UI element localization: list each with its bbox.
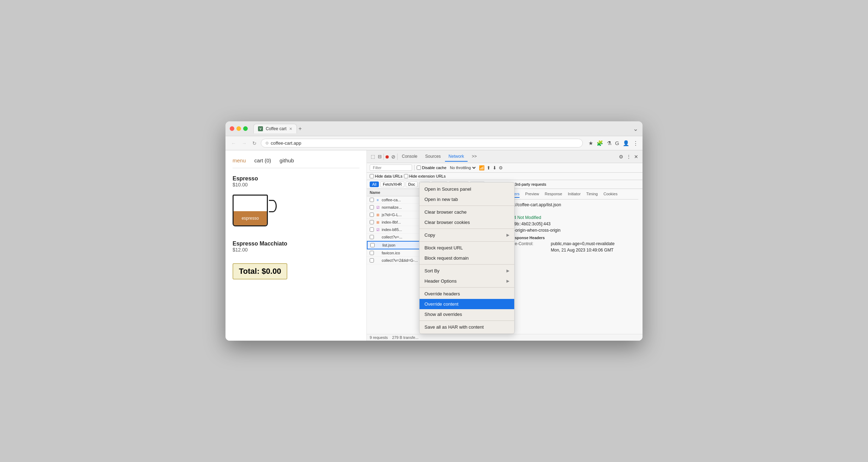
record-button[interactable]: ⏺ xyxy=(385,154,389,160)
req-checkbox-6[interactable] xyxy=(370,235,374,239)
cm-save-har[interactable]: Save all as HAR with content xyxy=(420,322,514,332)
tab-close-icon[interactable]: ✕ xyxy=(289,127,292,131)
download-icon[interactable]: ⬇ xyxy=(493,165,497,171)
cm-sep-3 xyxy=(420,241,514,242)
disable-cache-checkbox[interactable] xyxy=(417,166,421,170)
coffee-item-espresso: Espresso $10.00 espresso xyxy=(233,175,359,233)
browser-tab[interactable]: V Coffee cart ✕ xyxy=(253,124,297,133)
detail-tab-response[interactable]: Response xyxy=(545,192,562,198)
mug-fill: espresso xyxy=(234,211,267,225)
detail-method-row: GET xyxy=(505,209,639,214)
forward-button[interactable]: → xyxy=(240,139,248,148)
clear-icon[interactable]: ⊘ xyxy=(390,153,397,161)
tab-console[interactable]: Console xyxy=(398,152,421,162)
req-checkbox-5[interactable] xyxy=(370,227,374,232)
cm-override-headers[interactable]: Override headers xyxy=(420,289,514,299)
extensions-icon[interactable]: 🧩 xyxy=(597,140,603,146)
coffee-item-macchiato: Espresso Macchiato $12.00 xyxy=(233,241,359,253)
cm-show-overrides[interactable]: Show all overrides xyxy=(420,309,514,319)
profile-icon[interactable]: 👤 xyxy=(623,140,629,146)
cm-header-options[interactable]: Header Options ▶ xyxy=(420,276,514,286)
response-headers-title: ▼ Response Headers xyxy=(505,236,639,240)
cm-block-domain[interactable]: Block request domain xyxy=(420,253,514,263)
nav-menu[interactable]: menu xyxy=(233,157,246,163)
tab-more[interactable]: >> xyxy=(468,152,480,162)
wifi-icon[interactable]: 📶 xyxy=(479,165,485,171)
coffee-name: Espresso xyxy=(233,175,359,182)
detail-address-value: [64:ff9b::4b02:3c05]:443 xyxy=(505,221,639,226)
nav-cart[interactable]: cart (0) xyxy=(254,157,271,163)
detail-tab-timing[interactable]: Timing xyxy=(586,192,598,198)
close-button[interactable] xyxy=(230,126,234,131)
labs-icon[interactable]: ⚗ xyxy=(607,140,611,146)
req-checkbox-3[interactable] xyxy=(370,213,374,217)
cm-block-domain-label: Block request domain xyxy=(424,255,469,261)
nav-github[interactable]: github xyxy=(280,157,294,163)
responsive-mode-icon[interactable]: ⊟ xyxy=(377,153,383,160)
more-icon[interactable]: ⋮ xyxy=(626,154,631,160)
new-tab-button[interactable]: + xyxy=(298,126,301,132)
traffic-lights xyxy=(230,126,248,131)
cm-sort-by[interactable]: Sort By ▶ xyxy=(420,266,514,276)
requests-count: 9 requests xyxy=(370,335,388,340)
toolbar-separator-2 xyxy=(397,154,398,160)
req-checkbox-1[interactable] xyxy=(370,198,374,202)
hide-ext-urls-label: Hide extension URLs xyxy=(404,174,446,178)
req-checkbox-8[interactable] xyxy=(370,251,374,255)
window-chevron-icon[interactable]: ⌄ xyxy=(633,125,638,133)
chip-doc[interactable]: Doc xyxy=(406,181,418,187)
cm-clear-cookies[interactable]: Clear browser cookies xyxy=(420,217,514,227)
req-icon-favicon xyxy=(375,250,380,255)
req-icon-css: ☑ xyxy=(375,205,380,210)
chip-fetch[interactable]: Fetch/XHR xyxy=(380,181,404,187)
req-checkbox-2[interactable] xyxy=(370,205,374,209)
throttle-select[interactable]: No throttling xyxy=(448,165,477,170)
hide-data-urls-checkbox[interactable] xyxy=(370,174,374,178)
settings2-icon[interactable]: ⚙ xyxy=(499,165,503,171)
chip-all[interactable]: All xyxy=(370,181,379,187)
upload-icon[interactable]: ⬆ xyxy=(487,165,491,171)
cm-copy-label: Copy xyxy=(424,232,435,238)
sep1 xyxy=(414,165,415,171)
cm-open-sources[interactable]: Open in Sources panel xyxy=(420,184,514,194)
context-menu: Open in Sources panel Open in new tab Cl… xyxy=(419,182,515,334)
toolbar-separator xyxy=(383,154,384,160)
grammarly-icon[interactable]: G xyxy=(615,140,619,146)
req-checkbox-9[interactable] xyxy=(370,258,374,262)
detail-tab-initiator[interactable]: Initiator xyxy=(568,192,581,198)
date-row: Date: Mon, 21 Aug 2023 10:49:06 GMT xyxy=(505,248,639,253)
settings-icon[interactable]: ⚙ xyxy=(619,154,623,160)
req-icon-json xyxy=(376,243,381,248)
reload-button[interactable]: ↻ xyxy=(251,139,258,148)
req-checkbox-4[interactable] xyxy=(370,220,374,224)
detail-tab-cookies[interactable]: Cookies xyxy=(603,192,617,198)
cm-block-url[interactable]: Block request URL xyxy=(420,243,514,253)
maximize-button[interactable] xyxy=(243,126,248,131)
filter-input[interactable] xyxy=(370,164,412,171)
devtools-tabs-bar: ⬚ ⊟ ⏺ ⊘ Console Sources Network >> ⚙ ⋮ ✕ xyxy=(367,150,643,163)
cm-open-sources-label: Open in Sources panel xyxy=(424,186,471,192)
transfer-size: 279 B transfe... xyxy=(392,335,418,340)
cm-sort-arrow: ▶ xyxy=(506,268,509,273)
element-picker-icon[interactable]: ⬚ xyxy=(370,153,376,160)
minimize-button[interactable] xyxy=(236,126,241,131)
detail-tab-preview[interactable]: Preview xyxy=(525,192,539,198)
cm-copy[interactable]: Copy ▶ xyxy=(420,230,514,240)
devtools-close-icon[interactable]: ✕ xyxy=(634,154,638,160)
back-button[interactable]: ← xyxy=(230,139,237,148)
req-checkbox-7[interactable] xyxy=(370,243,375,247)
tab-sources[interactable]: Sources xyxy=(422,152,444,162)
coffee-mug: espresso xyxy=(233,191,275,233)
cm-clear-cache[interactable]: Clear browser cache xyxy=(420,207,514,217)
cm-open-new-tab[interactable]: Open in new tab xyxy=(420,194,514,204)
detail-url-value: https://coffee-cart.app/list.json xyxy=(505,202,639,207)
menu-icon[interactable]: ⋮ xyxy=(633,140,638,146)
cm-header-options-label: Header Options xyxy=(424,278,457,284)
cm-override-content[interactable]: Override content xyxy=(420,299,514,309)
browser-toolbar: ★ 🧩 ⚗ G 👤 ⋮ xyxy=(588,140,638,146)
hide-ext-urls-checkbox[interactable] xyxy=(404,174,408,178)
cm-sep-1 xyxy=(420,206,514,206)
bookmark-icon[interactable]: ★ xyxy=(588,140,593,146)
address-input[interactable]: ⊙ coffee-cart.app xyxy=(261,139,583,148)
tab-network[interactable]: Network xyxy=(445,152,468,162)
